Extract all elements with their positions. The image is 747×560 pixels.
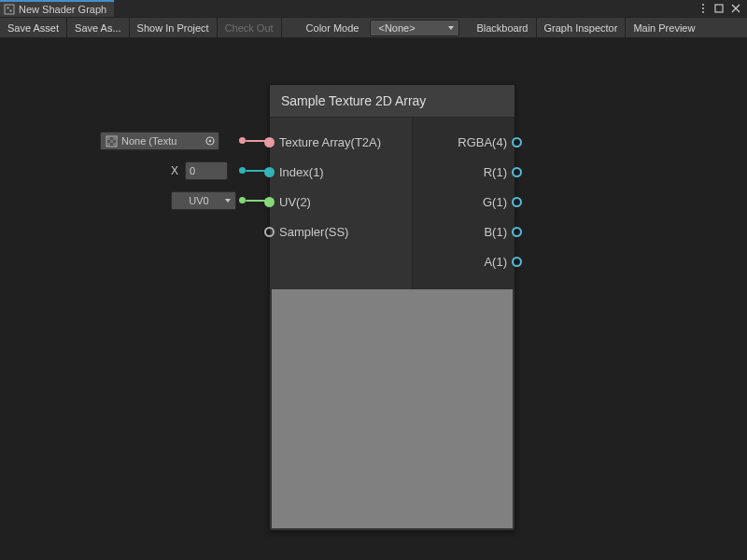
show-in-project-button[interactable]: Show In Project <box>130 18 218 38</box>
in-port-index[interactable] <box>264 167 275 177</box>
color-mode-value: <None> <box>378 22 415 34</box>
svg-point-16 <box>209 140 212 143</box>
svg-rect-1 <box>7 7 9 9</box>
svg-rect-13 <box>107 143 110 146</box>
index-value: 0 <box>190 165 195 176</box>
window-tab[interactable]: New Shader Graph <box>0 0 114 17</box>
node-body: Texture Array(T2A) Index(1) UV(2) Sample… <box>270 118 514 289</box>
svg-rect-11 <box>113 137 116 140</box>
texture-array-input-field[interactable]: None (Textu <box>100 132 219 150</box>
main-preview-button[interactable]: Main Preview <box>626 18 702 38</box>
node-outputs: RGBA(4) R(1) G(1) B(1) A(1) <box>412 118 514 289</box>
uv-value: UV0 <box>189 195 208 206</box>
shader-graph-icon <box>4 4 15 15</box>
blackboard-button[interactable]: Blackboard <box>469 18 536 38</box>
color-mode-label: Color Mode <box>295 18 367 38</box>
save-as-button[interactable]: Save As... <box>67 18 130 38</box>
index-value-field[interactable]: 0 <box>185 161 228 180</box>
out-port-a[interactable] <box>512 257 522 267</box>
out-label-r: R(1) <box>484 165 507 179</box>
out-label-g: G(1) <box>483 195 507 209</box>
object-picker-icon[interactable] <box>204 134 217 147</box>
in-label-sampler: Sampler(SS) <box>279 225 348 239</box>
out-label-a: A(1) <box>484 255 507 269</box>
graph-canvas[interactable]: None (Textu X 0 UV0 Sample Texture 2D Ar… <box>0 37 747 560</box>
svg-rect-6 <box>715 5 723 12</box>
window-title: New Shader Graph <box>19 4 106 15</box>
svg-point-5 <box>702 11 704 13</box>
index-input-field[interactable]: X 0 <box>171 161 228 180</box>
in-port-uv[interactable] <box>264 197 275 207</box>
wire-pip-uv <box>239 197 246 203</box>
svg-point-3 <box>702 4 704 6</box>
save-asset-button[interactable]: Save Asset <box>0 18 67 38</box>
out-port-g[interactable] <box>512 197 522 207</box>
svg-point-4 <box>702 7 704 9</box>
wire-pip-texture <box>239 137 246 144</box>
toolbar: Save Asset Save As... Show In Project Ch… <box>0 17 747 39</box>
out-label-rgba: RGBA(4) <box>458 135 507 149</box>
uv-input-field[interactable]: UV0 <box>171 191 236 210</box>
node-title[interactable]: Sample Texture 2D Array <box>270 85 514 118</box>
node-sample-texture-2d-array[interactable]: Sample Texture 2D Array Texture Array(T2… <box>269 84 515 531</box>
window-maximize-icon[interactable] <box>713 3 725 14</box>
svg-rect-10 <box>107 137 110 140</box>
index-label: X <box>171 164 178 177</box>
in-label-uv: UV(2) <box>279 195 311 209</box>
texture-slot[interactable]: None (Textu <box>100 132 219 150</box>
out-port-r[interactable] <box>512 167 522 177</box>
out-label-b: B(1) <box>484 225 507 239</box>
node-preview <box>272 289 513 528</box>
out-port-b[interactable] <box>512 227 522 237</box>
color-mode-select[interactable]: <None> <box>370 20 459 36</box>
uv-dropdown[interactable]: UV0 <box>171 191 236 210</box>
title-bar: New Shader Graph <box>0 0 747 17</box>
in-label-index: Index(1) <box>279 165 324 179</box>
out-port-rgba[interactable] <box>512 137 522 147</box>
in-port-sampler[interactable] <box>264 227 275 237</box>
window-close-icon[interactable] <box>730 3 741 14</box>
texture-icon <box>105 134 118 147</box>
in-port-texture-array[interactable] <box>264 137 275 147</box>
svg-rect-12 <box>110 140 113 143</box>
node-inputs: Texture Array(T2A) Index(1) UV(2) Sample… <box>270 118 412 289</box>
graph-inspector-button[interactable]: Graph Inspector <box>537 18 627 38</box>
svg-rect-14 <box>113 143 116 146</box>
check-out-button[interactable]: Check Out <box>218 18 282 38</box>
svg-rect-0 <box>5 5 14 14</box>
window-controls <box>698 0 747 17</box>
window-menu-icon[interactable] <box>698 2 708 15</box>
in-label-texture-array: Texture Array(T2A) <box>279 135 381 149</box>
wire-pip-index <box>239 167 246 174</box>
svg-rect-2 <box>10 10 12 12</box>
